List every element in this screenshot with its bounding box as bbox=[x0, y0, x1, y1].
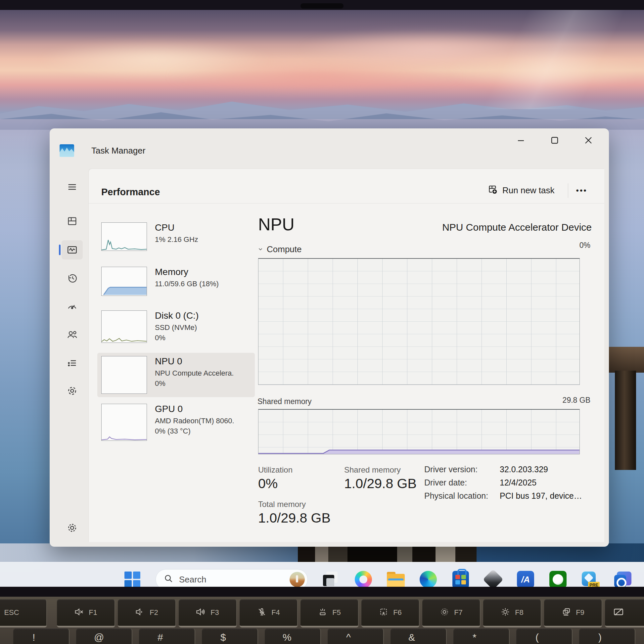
sidebar-item-startup-apps[interactable] bbox=[62, 297, 83, 316]
shared-memory-graph-max: 29.8 GB bbox=[563, 396, 590, 405]
compute-label: Compute bbox=[267, 244, 302, 254]
selected-indicator bbox=[59, 245, 61, 255]
disk-mini-graph bbox=[101, 310, 147, 343]
shared-memory-value: 1.0/29.8 GB bbox=[344, 476, 417, 491]
key-f10 bbox=[605, 599, 644, 627]
windows-logo-icon bbox=[124, 572, 140, 587]
shared-memory-label: Shared memory bbox=[344, 465, 401, 475]
compute-scale-max: 0% bbox=[579, 241, 590, 250]
nav-menu-button[interactable] bbox=[62, 177, 83, 197]
volume-down-icon bbox=[135, 607, 145, 618]
key-f7: F7 bbox=[422, 599, 481, 627]
perf-item-cpu[interactable]: CPU 1% 2.16 GHz bbox=[97, 219, 255, 254]
more-options-button[interactable]: ••• bbox=[576, 186, 587, 195]
chevron-down-icon bbox=[257, 244, 263, 254]
search-label: Search bbox=[179, 575, 284, 585]
edge-button[interactable] bbox=[419, 570, 437, 587]
cpu-mini-graph bbox=[101, 222, 147, 251]
perf-item-sub2: 0% (33 °C) bbox=[155, 426, 234, 436]
sidebar-item-details[interactable] bbox=[62, 353, 83, 373]
key-f9: F9 bbox=[544, 599, 602, 627]
brightness-down-icon bbox=[439, 607, 449, 618]
task-view-button[interactable] bbox=[322, 570, 340, 587]
brightness-up-icon bbox=[500, 607, 510, 618]
gpu-mini-graph bbox=[101, 404, 147, 441]
perf-item-title: CPU bbox=[155, 222, 198, 233]
memory-mini-graph bbox=[101, 267, 147, 296]
sidebar-item-services[interactable] bbox=[62, 381, 83, 400]
compute-section-header[interactable]: Compute bbox=[257, 244, 302, 254]
settings-button[interactable] bbox=[62, 518, 83, 537]
key-f1: F1 bbox=[57, 599, 115, 627]
key-3: # 3 bbox=[139, 628, 195, 644]
key-f4: F4 bbox=[240, 599, 298, 627]
laptop-bottom-bezel bbox=[0, 587, 644, 597]
shared-memory-graph-label: Shared memory bbox=[257, 397, 312, 406]
sidebar-item-processes[interactable] bbox=[62, 212, 83, 231]
sidebar-item-users[interactable] bbox=[62, 325, 83, 344]
key-f3: F3 bbox=[179, 599, 237, 627]
display-off-icon bbox=[613, 606, 624, 619]
perf-item-disk[interactable]: Disk 0 (C:) SSD (NVMe) 0% bbox=[97, 307, 255, 346]
sidebar-item-performance[interactable] bbox=[62, 240, 83, 259]
key-f6: F6 bbox=[361, 599, 420, 627]
store-button[interactable] bbox=[451, 570, 470, 587]
utilization-label: Utilization bbox=[258, 465, 293, 475]
maximize-button[interactable] bbox=[545, 134, 564, 147]
mute-icon bbox=[74, 607, 84, 618]
copilot-icon bbox=[355, 571, 372, 587]
perf-item-title: Memory bbox=[155, 267, 219, 277]
ia-logo-icon: /A bbox=[517, 571, 534, 587]
perf-item-npu[interactable]: NPU 0 NPU Compute Accelera. 0% bbox=[97, 353, 255, 397]
physical-location-label: Physical location: bbox=[424, 491, 488, 501]
physical-location-value: PCI bus 197, device… bbox=[500, 491, 582, 501]
npu-page-title: NPU bbox=[258, 214, 295, 234]
ia-app-button[interactable]: /A bbox=[516, 570, 535, 587]
minimize-button[interactable] bbox=[511, 134, 530, 147]
run-new-task-icon bbox=[487, 184, 498, 197]
mic-mute-icon bbox=[257, 607, 267, 618]
task-manager-app-icon bbox=[60, 144, 74, 157]
toolbar-divider bbox=[89, 203, 604, 204]
file-explorer-button[interactable] bbox=[387, 570, 405, 587]
outlook-button[interactable] bbox=[614, 570, 632, 587]
perf-item-title: GPU 0 bbox=[155, 404, 234, 414]
xbox-icon bbox=[549, 571, 567, 587]
screen-glare bbox=[331, 10, 644, 109]
task-view-icon bbox=[323, 572, 339, 587]
laptop-screen: Task Manager bbox=[0, 10, 644, 587]
search-highlight-image bbox=[290, 572, 305, 587]
edge-icon bbox=[420, 571, 437, 587]
taskbar: Search bbox=[0, 562, 644, 587]
snip-icon bbox=[379, 607, 389, 618]
page-title: Performance bbox=[101, 187, 160, 198]
pre-app-button[interactable]: PRE bbox=[581, 570, 600, 587]
keyboard-deck: ESC F1 F2 F3 F4 F5 F6 F7 F8 F9 ! 1 bbox=[0, 597, 644, 644]
perf-item-sub: NPU Compute Accelera. bbox=[155, 368, 234, 378]
task-manager-window: Task Manager bbox=[50, 128, 609, 547]
shared-memory-graph bbox=[258, 409, 580, 454]
close-button[interactable] bbox=[579, 134, 598, 147]
window-controls bbox=[511, 134, 598, 147]
pier-post bbox=[615, 371, 636, 470]
key-f5: F5 bbox=[300, 599, 359, 627]
key-f8: F8 bbox=[483, 599, 541, 627]
perf-item-sub: 11.0/59.6 GB (18%) bbox=[155, 279, 219, 289]
sidebar-item-app-history[interactable] bbox=[62, 269, 83, 288]
run-new-task-button[interactable]: Run new task bbox=[482, 181, 560, 200]
perf-item-memory[interactable]: Memory 11.0/59.6 GB (18%) bbox=[97, 263, 255, 299]
search-box[interactable]: Search bbox=[156, 569, 308, 587]
start-button[interactable] bbox=[123, 570, 142, 587]
copilot-button[interactable] bbox=[354, 570, 373, 587]
utilization-value: 0% bbox=[258, 476, 278, 491]
dark-gem-icon bbox=[483, 569, 503, 587]
toolbar-right: Run new task ••• bbox=[482, 181, 587, 200]
xbox-button[interactable] bbox=[549, 570, 567, 587]
window-switch-icon bbox=[561, 607, 571, 618]
key-2: @ 2 bbox=[76, 628, 132, 644]
perf-item-gpu[interactable]: GPU 0 AMD Radeon(TM) 8060. 0% (33 °C) bbox=[97, 400, 255, 444]
armoury-app-button[interactable] bbox=[484, 570, 502, 587]
key-4: $ 4 bbox=[202, 628, 258, 644]
perf-item-sub: 1% 2.16 GHz bbox=[155, 234, 198, 245]
compute-graph bbox=[258, 258, 580, 385]
